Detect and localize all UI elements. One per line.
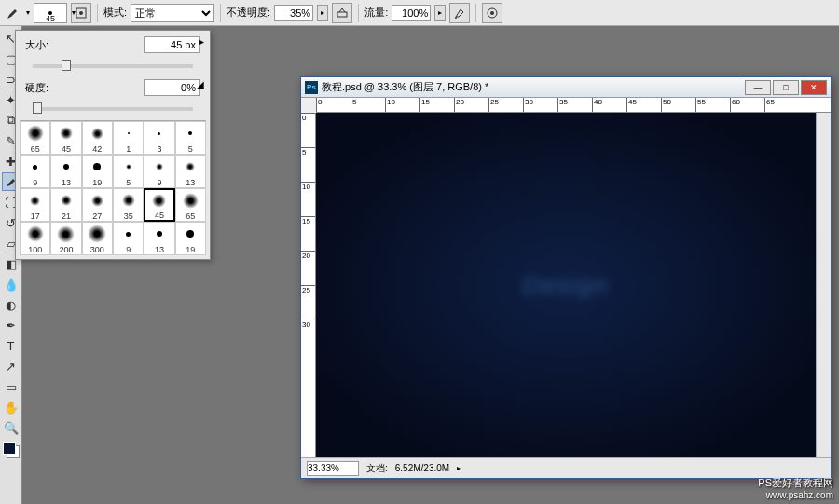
blend-mode-select[interactable]: 正常: [131, 4, 214, 22]
pen-tool[interactable]: ✒: [2, 316, 21, 334]
brush-preset[interactable]: 9: [20, 155, 50, 188]
brush-hardness-input[interactable]: [144, 79, 200, 96]
shape-tool[interactable]: ▭: [2, 377, 21, 396]
opacity-label: 不透明度:: [227, 6, 270, 20]
brush-size-preview[interactable]: 45 ▾: [34, 3, 67, 23]
zoom-tool[interactable]: 🔍: [2, 418, 21, 437]
flow-arrow[interactable]: ▸: [434, 5, 446, 21]
brush-preset[interactable]: 1: [113, 121, 144, 155]
tablet-opacity-button[interactable]: [332, 3, 352, 23]
brush-preset[interactable]: 9: [144, 155, 174, 188]
brush-preset[interactable]: 35: [113, 188, 144, 222]
opacity-input[interactable]: [274, 5, 313, 21]
brush-preset[interactable]: 45: [50, 121, 81, 155]
opacity-arrow[interactable]: ▸: [317, 5, 328, 21]
svg-point-3: [455, 17, 457, 19]
size-label: 大小:: [25, 38, 48, 52]
doc-info-value: 6.52M/23.0M: [395, 463, 449, 473]
hardness-slider[interactable]: [33, 107, 193, 111]
tablet-size-button[interactable]: [482, 3, 502, 23]
brush-preset[interactable]: 27: [82, 188, 113, 222]
brush-preset[interactable]: 13: [175, 155, 206, 188]
brush-tool-icon: [4, 4, 22, 22]
vertical-ruler: 051015202530: [301, 113, 316, 457]
ps-icon: Ps: [305, 81, 318, 94]
type-tool[interactable]: T: [2, 336, 21, 355]
brush-preset[interactable]: 21: [50, 188, 81, 222]
brush-preset[interactable]: 200: [50, 222, 81, 255]
brush-preset[interactable]: 45: [144, 188, 174, 222]
document-status-bar: 文档: 6.52M/23.0M ▸: [301, 457, 831, 478]
hand-tool[interactable]: ✋: [2, 398, 21, 416]
color-swatches[interactable]: [3, 442, 20, 458]
horizontal-ruler: 05101520253035404550556065: [316, 98, 831, 113]
brush-preset-picker: ▸ ◢ 大小: 硬度: 6545421359131959131721273545…: [15, 30, 211, 260]
flow-label: 流量:: [364, 6, 388, 20]
path-tool[interactable]: ↗: [2, 357, 21, 375]
mode-label: 模式:: [103, 6, 127, 20]
flow-input[interactable]: [392, 5, 431, 21]
doc-info-label: 文档:: [366, 462, 388, 475]
chevron-down-icon: ▾: [72, 8, 76, 17]
brush-preset-grid: 6545421359131959131721273545651002003009…: [20, 120, 206, 255]
brush-preset[interactable]: 9: [113, 222, 144, 255]
brush-preset[interactable]: 65: [20, 121, 50, 155]
brush-options-bar: ▾ 45 ▾ 模式: 正常 不透明度: ▸ 流量: ▸: [0, 0, 839, 26]
brush-size-input[interactable]: [144, 36, 200, 53]
brush-preset[interactable]: 13: [50, 155, 81, 188]
canvas[interactable]: Design: [316, 113, 816, 457]
svg-point-5: [490, 11, 494, 15]
hardness-label: 硬度:: [25, 81, 48, 95]
dropdown-arrow-icon[interactable]: ▾: [26, 8, 30, 17]
blur-tool[interactable]: 💧: [2, 275, 21, 293]
flyout-arrow-icon[interactable]: ▸: [199, 36, 204, 47]
svg-rect-2: [337, 12, 347, 17]
panel-menu-icon[interactable]: ◢: [197, 79, 204, 89]
brush-preset[interactable]: 5: [113, 155, 144, 188]
close-button[interactable]: ✕: [801, 80, 827, 95]
airbrush-button[interactable]: [449, 3, 470, 23]
zoom-input[interactable]: [307, 461, 359, 476]
canvas-artwork: Design: [523, 271, 610, 300]
canvas-viewport[interactable]: Design: [316, 113, 816, 457]
size-slider[interactable]: [33, 64, 193, 68]
brush-preset[interactable]: 19: [175, 222, 206, 255]
minimize-button[interactable]: —: [745, 80, 771, 95]
vertical-scrollbar[interactable]: [816, 113, 831, 457]
dodge-tool[interactable]: ◐: [2, 295, 21, 314]
brush-preset[interactable]: 13: [144, 222, 174, 255]
svg-point-1: [79, 11, 83, 15]
brush-preset[interactable]: 100: [20, 222, 50, 255]
brush-preset[interactable]: 65: [175, 188, 206, 222]
foreground-color[interactable]: [3, 442, 16, 455]
brush-preset[interactable]: 300: [82, 222, 113, 255]
brush-preset[interactable]: 17: [20, 188, 50, 222]
maximize-button[interactable]: □: [773, 80, 799, 95]
brush-preset[interactable]: 5: [175, 121, 206, 155]
watermark: PS爱好者教程网 www.psahz.com: [758, 476, 833, 500]
status-arrow-icon[interactable]: ▸: [457, 464, 461, 472]
document-title: 教程.psd @ 33.3% (图层 7, RGB/8) *: [322, 80, 488, 94]
brush-preset[interactable]: 42: [82, 121, 113, 155]
document-titlebar[interactable]: Ps 教程.psd @ 33.3% (图层 7, RGB/8) * — □ ✕: [301, 77, 831, 98]
document-window: Ps 教程.psd @ 33.3% (图层 7, RGB/8) * — □ ✕ …: [300, 76, 832, 479]
brush-preset[interactable]: 19: [82, 155, 113, 188]
brush-preset[interactable]: 3: [144, 121, 174, 155]
